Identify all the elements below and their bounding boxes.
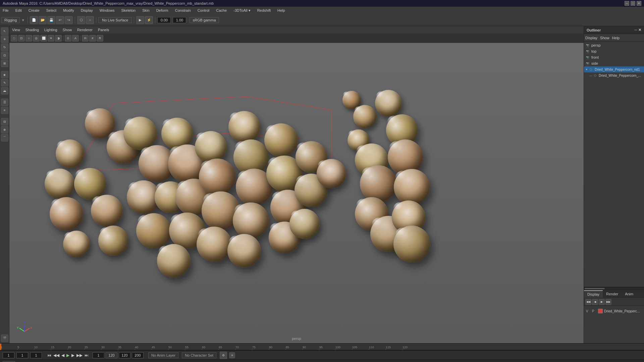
viewport-menu-show[interactable]: Show	[63, 28, 72, 32]
gamma-selector[interactable]: sRGB gamma	[190, 17, 219, 23]
snap-point[interactable]: ⊕	[1, 126, 8, 133]
vp-xray-button[interactable]: ◎	[33, 35, 40, 42]
go-start-button[interactable]: ⏮	[47, 353, 52, 358]
universal-tool[interactable]: ⊞	[1, 60, 8, 67]
minimize-button[interactable]: ─	[625, 1, 629, 6]
outliner-scrollbar[interactable]	[584, 287, 644, 290]
next-key-button[interactable]: ▶▶	[76, 353, 83, 358]
layer-tab-anim[interactable]: Anim	[622, 291, 637, 297]
layer-manager[interactable]: ☰	[1, 99, 8, 106]
new-scene-button[interactable]: 📄	[30, 16, 38, 24]
next-frame-button[interactable]: ▶	[71, 353, 75, 358]
mel-label[interactable]: MEL	[3, 361, 15, 362]
value1-input[interactable]	[157, 17, 171, 23]
layer-tab-render[interactable]: Render	[603, 291, 622, 297]
snap-curve[interactable]: ⌒	[1, 134, 8, 141]
close-button[interactable]: ✕	[637, 1, 641, 6]
vp-aa-button[interactable]: A	[72, 35, 79, 42]
select-tool-left[interactable]: ↖	[1, 27, 8, 35]
menu-help[interactable]: Help	[276, 8, 286, 13]
vp-resolution-button[interactable]: R	[97, 35, 103, 42]
render-button[interactable]: ▶	[136, 16, 144, 24]
maximize-button[interactable]: □	[631, 1, 635, 6]
vp-isolate-button[interactable]: ⊙	[65, 35, 71, 42]
outliner-minimize[interactable]: ─	[634, 28, 637, 32]
value2-input[interactable]	[173, 17, 186, 23]
menu-windows[interactable]: Windows	[98, 8, 116, 13]
outliner-item-persp[interactable]: 📷 persp	[584, 42, 644, 48]
viewport-menu-view[interactable]: View	[12, 28, 20, 32]
layer-color-swatch[interactable]	[598, 309, 603, 313]
outliner-scroll-thumb[interactable]	[585, 288, 605, 289]
lasso-select-button[interactable]: ○	[86, 16, 94, 24]
vp-shading-button[interactable]: □	[11, 35, 17, 42]
scale-tool[interactable]: ⊡	[1, 52, 8, 59]
menu-file[interactable]: File	[1, 8, 10, 13]
menu-skeleton[interactable]: Skeleton	[120, 8, 137, 13]
menu-constrain[interactable]: Constrain	[174, 8, 192, 13]
outliner-item-top[interactable]: 📷 top	[584, 48, 644, 54]
window-controls[interactable]: ─ □ ✕	[625, 1, 641, 6]
layer-btn-2[interactable]: ◀	[592, 299, 598, 305]
viewport[interactable]: View Shading Lighting Show Renderer Pane…	[9, 26, 584, 343]
rotate-tool[interactable]: ↻	[1, 44, 8, 51]
layer-row-1[interactable]: V P Dried_White_Pepperc...	[585, 307, 643, 315]
outliner-item-side[interactable]: 📷 side	[584, 60, 644, 66]
outliner-item-mesh2[interactable]: — ⬡ Dried_White_Peppercorn_...	[584, 72, 644, 78]
vp-shadow-button[interactable]: ◑	[55, 35, 62, 42]
anim-layer-selector[interactable]: No Anim Layer	[148, 352, 178, 358]
viewport-menu-renderer[interactable]: Renderer	[77, 28, 93, 32]
outliner-tab-help[interactable]: Help	[612, 36, 620, 40]
prev-key-button[interactable]: ◀◀	[53, 353, 60, 358]
go-end-button[interactable]: ⏭	[84, 353, 89, 358]
vp-wireframe-button[interactable]: ⊡	[18, 35, 25, 42]
channel-box[interactable]: ≡	[1, 107, 8, 114]
open-scene-button[interactable]: 📂	[39, 16, 47, 24]
menu-create[interactable]: Create	[27, 8, 41, 13]
vp-smooth-button[interactable]: ○	[25, 35, 32, 42]
vp-hud-button[interactable]: H	[82, 35, 89, 42]
layer-btn-3[interactable]: ▶	[599, 299, 605, 305]
menu-skin[interactable]: Skin	[141, 8, 151, 13]
menu-3dtoall[interactable]: -3DToAll ▾	[232, 8, 252, 13]
snap-grid[interactable]: ⊟	[1, 118, 8, 125]
redo-button[interactable]: ↪	[65, 16, 73, 24]
menu-modify[interactable]: Modify	[62, 8, 75, 13]
outliner-item-mesh1[interactable]: ▼ ⬡ Dried_White_Peppercorn_nd1	[584, 66, 644, 72]
playblast-button[interactable]: 🎬	[1, 335, 8, 342]
move-tool[interactable]: ✛	[1, 36, 8, 43]
range-end-input[interactable]	[119, 352, 130, 358]
vp-grid-button[interactable]: #	[89, 35, 96, 42]
layer-tab-display[interactable]: Display	[584, 290, 603, 298]
undo-button[interactable]: ↩	[56, 16, 64, 24]
play-button[interactable]: ▶	[66, 353, 70, 358]
menu-select[interactable]: Select	[45, 8, 58, 13]
outliner-tab-display[interactable]: Display	[585, 36, 597, 40]
select-tool-button[interactable]: ⬡	[77, 16, 85, 24]
outliner-close[interactable]: ✕	[638, 28, 641, 32]
ipr-render-button[interactable]: ⚡	[145, 16, 153, 24]
character-set-selector[interactable]: No Character Set	[182, 352, 216, 358]
outliner-item-front[interactable]: 📷 front	[584, 54, 644, 60]
timeline-ruler[interactable]: 1 5 10 15 20 25 30 35 40 45 50 55 60 65 …	[0, 344, 644, 350]
menu-deform[interactable]: Deform	[155, 8, 170, 13]
menu-edit[interactable]: Edit	[14, 8, 23, 13]
menu-display[interactable]: Display	[79, 8, 94, 13]
menu-redshift[interactable]: Redshift	[256, 8, 272, 13]
viewport-menu-shading[interactable]: Shading	[25, 28, 39, 32]
paint-tool[interactable]: ✎	[1, 79, 8, 86]
vp-light-button[interactable]: ☀	[48, 35, 54, 42]
prev-frame-button[interactable]: ◀	[61, 353, 65, 358]
menu-cache[interactable]: Cache	[215, 8, 228, 13]
soft-select[interactable]: ◈	[1, 71, 8, 78]
layer-btn-1[interactable]: ◀◀	[585, 299, 591, 305]
sculpt-tool[interactable]: ⛰	[1, 87, 8, 95]
anim-icon[interactable]: ≡	[229, 352, 235, 358]
outliner-tab-show[interactable]: Show	[600, 36, 609, 40]
current-frame-input[interactable]	[30, 352, 42, 358]
viewport-menu-lighting[interactable]: Lighting	[44, 28, 57, 32]
max-frame-input[interactable]	[132, 352, 144, 358]
start-frame-input[interactable]	[3, 352, 14, 358]
rigging-mode-selector[interactable]: Rigging	[1, 17, 20, 23]
range-start-input[interactable]	[93, 352, 104, 358]
